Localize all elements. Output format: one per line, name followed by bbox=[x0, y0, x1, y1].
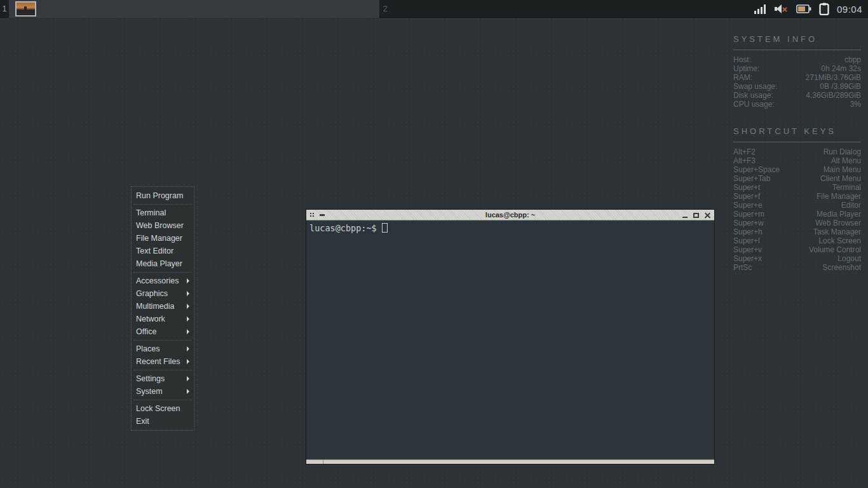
menu-item[interactable]: Exit bbox=[132, 415, 194, 428]
menu-item-label: Exit bbox=[136, 415, 149, 428]
shortcut-key-action: Editor bbox=[841, 201, 861, 210]
system-info-label: Uptime: bbox=[733, 64, 759, 73]
shortcut-key-action: File Manager bbox=[817, 192, 861, 201]
menu-item[interactable] bbox=[133, 340, 192, 341]
submenu-arrow-icon bbox=[187, 329, 189, 334]
conky-overlay: SYSTEM INFO Host: cbpp Uptime: 0h 24m 32… bbox=[733, 34, 861, 272]
shortcut-key-action: Terminal bbox=[832, 183, 861, 192]
menu-item[interactable]: Media Player bbox=[132, 257, 194, 270]
menu-item[interactable]: Places bbox=[132, 342, 194, 355]
titlebar-right-buttons bbox=[682, 210, 710, 220]
terminal-title: lucas@cbpp: ~ bbox=[306, 210, 714, 220]
window-menu-icon[interactable] bbox=[310, 213, 315, 217]
menu-item-label: Media Player bbox=[136, 257, 182, 270]
shortcut-key-action: Client Menu bbox=[820, 174, 861, 183]
titlebar-left-buttons bbox=[310, 210, 325, 220]
resize-handle-notch bbox=[323, 460, 323, 464]
menu-item[interactable] bbox=[133, 204, 192, 205]
shortcut-key-combo: Super+h bbox=[733, 227, 763, 236]
maximize-button[interactable] bbox=[693, 213, 699, 218]
shortcut-key-action: Screenshot bbox=[822, 263, 861, 272]
shortcut-key-row: Super+m Media Player bbox=[733, 210, 861, 219]
menu-item-label: Multimedia bbox=[136, 300, 174, 313]
shade-button[interactable] bbox=[320, 214, 325, 216]
system-info-label: Disk usage: bbox=[733, 91, 773, 100]
menu-item-label: Places bbox=[136, 342, 160, 355]
terminal-cursor bbox=[382, 223, 388, 233]
menu-item-label: System bbox=[136, 385, 163, 398]
system-info-value: 4.36GiB/289GiB bbox=[806, 91, 861, 100]
system-tray: 09:04 bbox=[754, 0, 868, 18]
system-info-row: Disk usage: 4.36GiB/289GiB bbox=[733, 91, 861, 100]
menu-item[interactable]: System bbox=[132, 385, 194, 398]
shortcut-key-combo: Super+m bbox=[733, 210, 764, 219]
terminal-prompt: lucas@cbpp:~$ bbox=[309, 223, 377, 233]
shortcut-key-row: Super+v Volume Control bbox=[733, 245, 861, 254]
system-info-row: Swap usage: 0B /3.89GiB bbox=[733, 82, 861, 91]
workspace-2-label[interactable]: 2 bbox=[379, 0, 391, 18]
window-resize-handle[interactable] bbox=[306, 459, 714, 464]
menu-item-label: Office bbox=[136, 325, 156, 338]
shortcut-key-combo: Super+v bbox=[733, 245, 762, 254]
shortcut-key-action: Logout bbox=[837, 254, 861, 263]
menu-item[interactable]: Accessories bbox=[132, 274, 194, 287]
menu-item-label: Accessories bbox=[136, 274, 179, 287]
system-info-label: CPU usage: bbox=[733, 100, 775, 109]
clipboard-icon[interactable] bbox=[819, 3, 829, 15]
submenu-arrow-icon bbox=[187, 291, 189, 296]
shortcut-key-row: Super+h Task Manager bbox=[733, 227, 861, 236]
taskbar-terminal-button[interactable] bbox=[15, 1, 36, 17]
workspace-1-label[interactable]: 1 bbox=[0, 0, 9, 18]
shortcut-key-combo: Super+t bbox=[733, 183, 760, 192]
terminal-content[interactable]: lucas@cbpp:~$ bbox=[306, 220, 714, 459]
terminal-titlebar[interactable]: lucas@cbpp: ~ bbox=[306, 210, 714, 220]
menu-item[interactable]: Terminal bbox=[132, 207, 194, 219]
shortcut-key-row: Super+Space Main Menu bbox=[733, 165, 861, 174]
menu-item-label: Recent Files bbox=[136, 355, 180, 368]
shortcut-key-row: Super+l Lock Screen bbox=[733, 236, 861, 245]
system-info-row: RAM: 271MiB/3.76GiB bbox=[733, 73, 861, 82]
menu-item[interactable]: Multimedia bbox=[132, 300, 194, 313]
menu-item[interactable] bbox=[133, 370, 192, 370]
menu-item[interactable]: Web Browser bbox=[132, 219, 194, 232]
submenu-arrow-icon bbox=[187, 359, 189, 364]
menu-item[interactable]: Text Editor bbox=[132, 245, 194, 257]
volume-muted-icon[interactable] bbox=[775, 4, 789, 14]
menu-item-label: Text Editor bbox=[136, 245, 173, 257]
shortcut-key-combo: PrtSc bbox=[733, 263, 752, 272]
shortcut-key-action: Main Menu bbox=[824, 165, 861, 174]
conky-shortcut-keys-section: SHORTCUT KEYS Alt+F2 Run Dialog Alt+F3 A… bbox=[733, 126, 861, 272]
shortcut-keys-list: Alt+F2 Run Dialog Alt+F3 Alt Menu Super+… bbox=[733, 147, 861, 272]
system-info-label: Host: bbox=[733, 55, 751, 64]
system-info-value: 3% bbox=[850, 100, 861, 109]
system-info-value: 0h 24m 32s bbox=[821, 64, 861, 73]
submenu-arrow-icon bbox=[187, 389, 189, 394]
system-info-label: Swap usage: bbox=[733, 82, 777, 91]
network-signal-icon[interactable] bbox=[754, 4, 767, 14]
shortcut-key-combo: Super+Tab bbox=[733, 174, 770, 183]
menu-item[interactable] bbox=[133, 272, 192, 273]
shortcut-key-action: Lock Screen bbox=[818, 236, 861, 245]
minimize-button[interactable] bbox=[682, 217, 688, 218]
menu-item[interactable]: Settings bbox=[132, 372, 194, 385]
menu-item-label: Lock Screen bbox=[136, 402, 180, 415]
menu-item[interactable]: Office bbox=[132, 325, 194, 338]
menu-item[interactable]: Run Program bbox=[132, 189, 194, 202]
menu-item[interactable]: File Manager bbox=[132, 232, 194, 245]
close-button[interactable] bbox=[705, 212, 710, 218]
menu-item[interactable]: Recent Files bbox=[132, 355, 194, 368]
shortcut-keys-title: SHORTCUT KEYS bbox=[733, 126, 861, 136]
system-info-row: Uptime: 0h 24m 32s bbox=[733, 64, 861, 73]
shortcut-key-action: Run Dialog bbox=[824, 147, 861, 156]
submenu-arrow-icon bbox=[187, 304, 189, 309]
shortcut-key-row: Super+w Web Browser bbox=[733, 219, 861, 227]
menu-item[interactable]: Lock Screen bbox=[132, 402, 194, 415]
submenu-arrow-icon bbox=[187, 278, 189, 283]
menu-item[interactable] bbox=[133, 400, 192, 400]
shortcut-keys-divider bbox=[733, 142, 861, 142]
menu-item[interactable]: Graphics bbox=[132, 287, 194, 300]
terminal-prompt-line: lucas@cbpp:~$ bbox=[309, 222, 711, 233]
menu-item-label: File Manager bbox=[136, 232, 182, 245]
menu-item[interactable]: Network bbox=[132, 313, 194, 325]
battery-icon[interactable] bbox=[796, 4, 811, 13]
